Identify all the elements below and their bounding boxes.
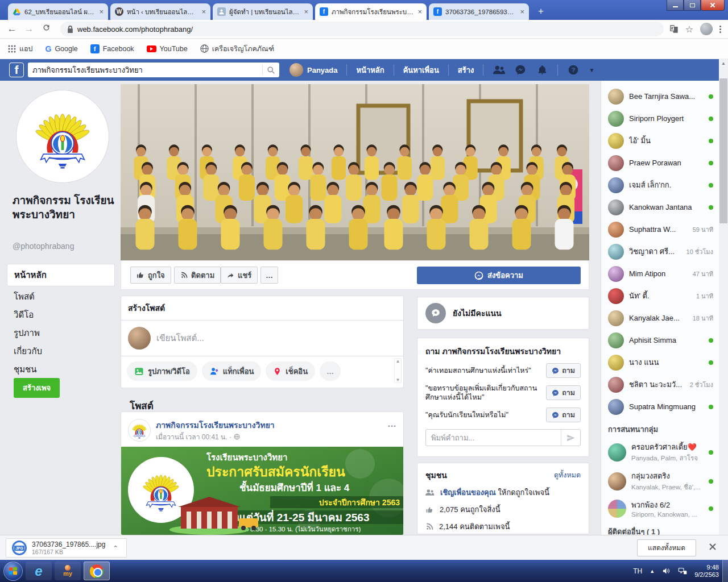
download-chevron-icon[interactable]: ⌃ bbox=[110, 544, 120, 552]
translate-icon[interactable] bbox=[669, 24, 679, 34]
search-input[interactable] bbox=[28, 66, 262, 74]
friend-requests-icon[interactable] bbox=[493, 64, 505, 76]
page-scrollbar[interactable]: ▲ bbox=[719, 59, 728, 535]
contact-row[interactable]: นาง แนน bbox=[601, 351, 719, 373]
minimize-button[interactable] bbox=[667, 0, 684, 11]
send-question-button[interactable] bbox=[561, 430, 580, 446]
browser-tab-5[interactable]: f 37063736_19786593021655... × bbox=[429, 3, 529, 20]
ask-button[interactable]: ถาม bbox=[546, 408, 581, 422]
show-desktop-button[interactable] bbox=[722, 560, 728, 582]
contact-row[interactable]: Praew Porawan bbox=[601, 152, 719, 174]
contact-row[interactable]: ชลิตา นะวะมวั... 2 ชั่วโมง bbox=[601, 373, 719, 396]
download-item[interactable]: JPG 37063736_197865....jpg 167/167 KB ⌃ bbox=[6, 538, 127, 558]
notifications-bell-icon[interactable] bbox=[536, 64, 548, 76]
group-conversation-row[interactable]: พวกพ้อง 6/2Siriporn, Kanokwan, ... bbox=[601, 496, 719, 521]
messenger-icon[interactable] bbox=[514, 64, 527, 76]
facebook-logo[interactable]: f bbox=[9, 63, 24, 77]
contact-row[interactable]: Bee Tarnjira Sawa... bbox=[601, 85, 719, 107]
facebook-search[interactable] bbox=[28, 63, 279, 77]
search-icon[interactable] bbox=[262, 65, 279, 75]
bookmark-star-icon[interactable]: ☆ bbox=[685, 24, 693, 35]
follow-button[interactable]: ติดตาม bbox=[174, 267, 221, 284]
tab-close-icon[interactable]: × bbox=[417, 8, 422, 15]
contact-row[interactable]: Supatra Mingmuang bbox=[601, 396, 719, 418]
browser-tab-2[interactable]: W หน้า ‹ บทเรียนออนไลน์ เรื่อง อารย × bbox=[110, 3, 210, 20]
composer-placeholder[interactable]: เขียนโพสต์... bbox=[156, 331, 204, 345]
chevron-down-icon[interactable]: ▼ bbox=[589, 67, 594, 73]
sidebar-item-about[interactable]: เกี่ยวกับ bbox=[14, 344, 42, 358]
post-author-name[interactable]: ภาพกิจกรรมโรงเรียนพระบางวิทยา bbox=[156, 419, 382, 431]
close-download-bar-icon[interactable] bbox=[710, 543, 715, 548]
post-image-banner[interactable]: โรงเรียนพระบางวิทยา ประกาศรับสมัครนักเรี… bbox=[121, 447, 404, 535]
photo-video-button[interactable]: รูปภาพ/วิดีโอ bbox=[127, 361, 197, 381]
cover-photo[interactable] bbox=[121, 84, 589, 260]
bookmark-cp[interactable]: เครือเจริญโภคภัณฑ์ bbox=[200, 43, 274, 55]
tab-close-icon[interactable]: × bbox=[201, 8, 206, 15]
composer-more-button[interactable]: … bbox=[320, 361, 341, 381]
browser-profile-avatar[interactable] bbox=[700, 23, 713, 35]
tray-expand-icon[interactable]: ▲ bbox=[650, 568, 655, 574]
sidebar-item-photos[interactable]: รูปภาพ bbox=[14, 326, 40, 340]
scroll-up-icon[interactable]: ▲ bbox=[396, 359, 400, 364]
network-icon[interactable] bbox=[678, 567, 687, 575]
bookmark-apps[interactable]: แอป bbox=[8, 43, 33, 55]
address-bar[interactable]: web.facebook.com/photophrabang/ bbox=[60, 22, 664, 36]
close-button[interactable] bbox=[701, 0, 725, 11]
profile-link[interactable]: Panyada bbox=[289, 63, 337, 77]
ask-button[interactable]: ถาม bbox=[546, 385, 581, 400]
scrollbar-thumb[interactable] bbox=[719, 78, 727, 223]
check-in-button[interactable]: เช็คอิน bbox=[266, 361, 315, 381]
scroll-down-icon[interactable]: ▼ bbox=[396, 377, 400, 383]
taskbar-chrome-button-active[interactable] bbox=[84, 562, 110, 580]
contact-row[interactable]: Suphattra W... 59 นาที bbox=[601, 218, 719, 240]
mini-scrollbar[interactable]: ▲▼ bbox=[394, 358, 402, 383]
taskbar-clock[interactable]: 9:48 9/2/2563 bbox=[694, 564, 719, 579]
sidebar-item-community[interactable]: ชุมชน bbox=[14, 363, 37, 376]
contact-row[interactable]: นัท' ตี้. 1 นาที bbox=[601, 285, 719, 307]
invite-friends-link[interactable]: เชิญเพื่อนของคุณ bbox=[440, 488, 496, 497]
nav-home[interactable]: หน้าหลัก bbox=[356, 64, 384, 76]
back-button[interactable]: ← bbox=[3, 23, 20, 35]
ask-button[interactable]: ถาม bbox=[546, 363, 581, 378]
tab-close-icon[interactable]: × bbox=[304, 8, 308, 15]
taskbar-ie-button[interactable]: e bbox=[26, 562, 52, 580]
sidebar-item-videos[interactable]: วิดีโอ bbox=[14, 308, 34, 322]
sidebar-item-posts[interactable]: โพสต์ bbox=[14, 290, 35, 304]
language-indicator[interactable]: TH bbox=[633, 567, 642, 575]
tag-friends-button[interactable]: แท็กเพื่อน bbox=[202, 361, 262, 381]
like-button[interactable]: ถูกใจ bbox=[130, 267, 171, 284]
tab-close-icon[interactable]: × bbox=[520, 8, 524, 15]
bookmark-youtube[interactable]: YouTube bbox=[147, 45, 188, 53]
send-message-button[interactable]: ส่งข้อความ bbox=[417, 267, 581, 284]
help-icon[interactable]: ? bbox=[567, 64, 580, 76]
page-profile-picture[interactable] bbox=[16, 90, 109, 183]
nav-create[interactable]: สร้าง bbox=[458, 64, 474, 76]
create-page-button[interactable]: สร้างเพจ bbox=[14, 378, 60, 398]
forward-button[interactable]: → bbox=[20, 23, 38, 35]
question-input[interactable] bbox=[426, 434, 561, 442]
contact-row[interactable]: Kanyalak Jae... 18 นาที bbox=[601, 307, 719, 329]
post-more-button[interactable]: … bbox=[387, 419, 396, 429]
invite-friends-row[interactable]: เชิญเพื่อนของคุณ ให้กดถูกใจเพจนี้ bbox=[425, 487, 581, 498]
start-button[interactable] bbox=[3, 562, 23, 581]
bookmark-facebook[interactable]: f Facebook bbox=[90, 44, 134, 53]
browser-menu-icon[interactable] bbox=[719, 26, 721, 33]
contact-row[interactable]: เจมส์ เล็ก'กก. bbox=[601, 174, 719, 196]
contact-row[interactable]: Mim Atipon 47 นาที bbox=[601, 263, 719, 285]
contact-row[interactable]: Siriporn Ploygert bbox=[601, 107, 719, 130]
new-tab-button[interactable]: + bbox=[533, 5, 548, 18]
post-author-avatar[interactable] bbox=[128, 419, 151, 442]
browser-tab-4-active[interactable]: f ภาพกิจกรรมโรงเรียนพระบางวิทยา × bbox=[315, 3, 427, 20]
bookmark-google[interactable]: G Google bbox=[46, 44, 78, 53]
refresh-button[interactable] bbox=[38, 23, 55, 35]
contact-row[interactable]: วิชญาดา ศรี... 10 ชั่วโมง bbox=[601, 240, 719, 263]
sidebar-item-home-active[interactable]: หน้าหลัก bbox=[7, 264, 115, 286]
maximize-button[interactable] bbox=[684, 0, 701, 11]
scroll-up-icon[interactable]: ▲ bbox=[719, 59, 728, 66]
contact-row[interactable]: Kanokwan Jantana bbox=[601, 196, 719, 218]
speaker-icon[interactable] bbox=[662, 567, 671, 575]
group-conversation-row[interactable]: กลุ่มวงสตริงKanyalak, Praew, ชื่อ',... bbox=[601, 467, 719, 496]
see-all-link[interactable]: ดูทั้งหมด bbox=[554, 469, 581, 481]
contact-row[interactable]: Aphisit Simma bbox=[601, 329, 719, 351]
browser-tab-1[interactable]: 62_บทเรียนออนไลน์ ผลงานนักเรีย × bbox=[8, 3, 108, 20]
